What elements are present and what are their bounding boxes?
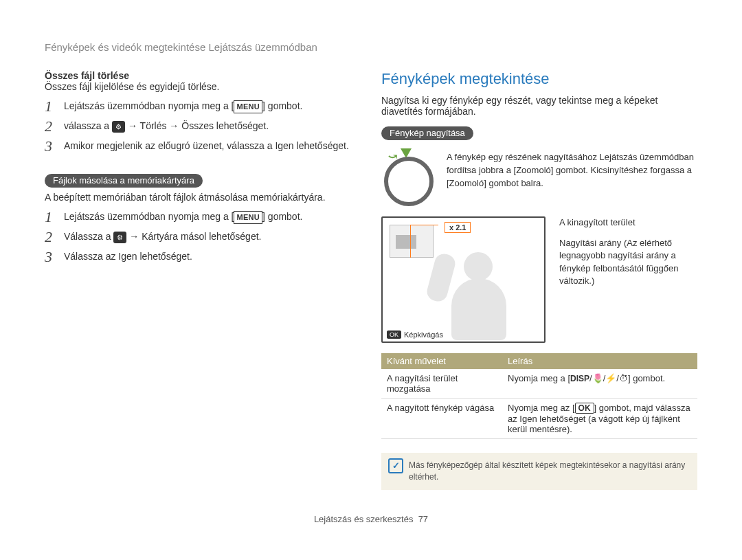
- dial-text: A fénykép egy részének nagyításához Lejá…: [447, 151, 697, 190]
- copy-steps: Lejátszás üzemmódban nyomja meg a [MENU]…: [45, 210, 357, 264]
- ok-icon: OK: [575, 403, 594, 414]
- table-cell: Nyomja meg a [DISP/🌷/⚡/⏱] gombot.: [502, 369, 697, 399]
- settings-icon: ⚙: [113, 232, 126, 243]
- page-header: Fényképek és videók megtekintése Lejátsz…: [45, 41, 697, 53]
- ok-icon: OK: [387, 331, 401, 339]
- silhouette-graphic: [424, 245, 513, 338]
- delete-all-desc: Összes fájl kijelölése és egyidejű törlé…: [45, 81, 357, 92]
- menu-icon: MENU: [234, 211, 262, 224]
- flash-icon: ⚡: [605, 373, 616, 383]
- step-text: → Kártyára másol lehetőséget.: [126, 231, 261, 242]
- step-text: ] gombot.: [262, 100, 302, 111]
- step-text: válassza a: [64, 120, 112, 131]
- note-icon: ✓: [388, 458, 403, 473]
- right-column: Fényképek megtekintése Nagyítsa ki egy f…: [381, 70, 697, 490]
- macro-icon: 🌷: [592, 373, 603, 383]
- delete-all-title: Összes fájl törlése: [45, 70, 357, 81]
- step-text: → Törlés → Összes lehetőséget.: [125, 120, 269, 131]
- zoom-dial-icon: ⤻: [381, 151, 436, 206]
- table-header: Kívánt művelet: [381, 353, 502, 369]
- annotation-area: A kinagyított terület: [559, 216, 697, 229]
- step-text: ] gombot.: [262, 211, 302, 222]
- zoom-ratio-label: x 2.1: [445, 222, 471, 233]
- step-text: Lejátszás üzemmódban nyomja meg a [: [64, 211, 234, 222]
- preview-screen: x 2.1 OK Képkivágás: [381, 216, 546, 343]
- table-cell: A nagyított fénykép vágása: [381, 399, 502, 439]
- menu-icon: MENU: [234, 100, 262, 113]
- operations-table: Kívánt művelet Leírás A nagyítási terüle…: [381, 353, 697, 439]
- step-text: Amikor megjelenik az előugró üzenet, vál…: [45, 139, 357, 153]
- settings-icon: ⚙: [112, 121, 125, 133]
- timer-icon: ⏱: [619, 373, 628, 383]
- table-header: Leírás: [502, 353, 697, 369]
- crop-label: Képkivágás: [404, 331, 443, 339]
- copy-section-pill: Fájlok másolása a memóriakártyára: [45, 174, 203, 188]
- zoom-section-pill: Fénykép nagyítása: [381, 126, 473, 140]
- disp-icon: DISP: [570, 374, 589, 383]
- table-cell: Nyomja meg az [OK] gombot, majd válassza…: [502, 399, 697, 439]
- step-text: Válassza a: [64, 231, 113, 242]
- section-title: Fényképek megtekintése: [381, 70, 697, 88]
- page-footer: Lejátszás és szerkesztés 77: [45, 514, 697, 524]
- step-text: Lejátszás üzemmódban nyomja meg a [: [64, 100, 234, 111]
- annotation-ratio: Nagyítási arány (Az elérhető legnagyobb …: [559, 237, 697, 287]
- minimap: [390, 225, 434, 258]
- table-cell: A nagyítási terület mozgatása: [381, 369, 502, 399]
- delete-steps: Lejátszás üzemmódban nyomja meg a [MENU]…: [45, 99, 357, 153]
- copy-desc: A beépített memóriában tárolt fájlok átm…: [45, 192, 357, 203]
- left-column: Összes fájl törlése Összes fájl kijelölé…: [45, 70, 357, 490]
- section-intro: Nagyítsa ki egy fénykép egy részét, vagy…: [381, 95, 697, 117]
- note-box: ✓ Más fényképezőgép által készített képe…: [381, 453, 697, 490]
- step-text: Válassza az Igen lehetőséget.: [45, 249, 357, 264]
